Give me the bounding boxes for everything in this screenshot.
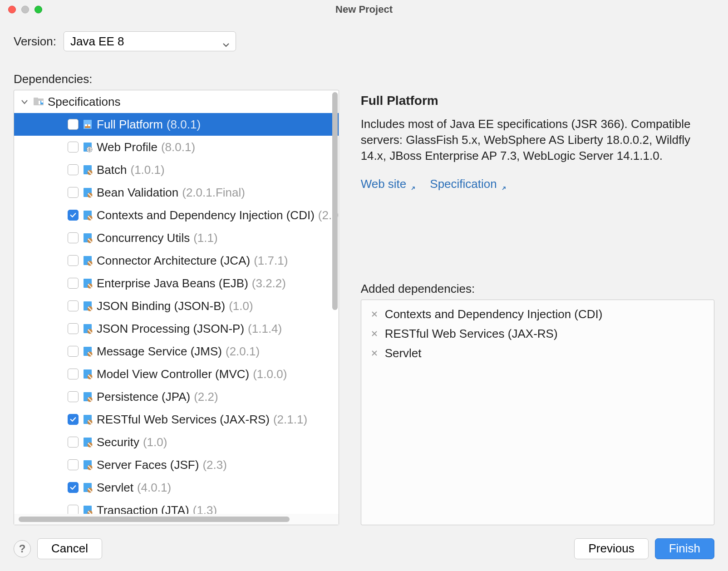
module-file-icon [82,300,93,311]
module-file-icon [82,391,93,402]
expand-arrow-icon[interactable] [20,97,30,107]
module-file-icon [82,119,93,130]
tree-item[interactable]: Bean Validation (2.0.1.Final) [14,181,339,204]
minimize-icon[interactable] [21,5,29,13]
tree-item-label: Contexts and Dependency Injection (CDI) [97,208,315,222]
added-dependency-item[interactable]: Contexts and Dependency Injection (CDI) [361,305,714,324]
tree-root-label: Specifications [48,95,120,109]
tree-item-label: Web Profile [97,140,157,154]
module-file-icon [82,323,93,334]
svg-rect-4 [41,101,43,103]
added-dependency-item[interactable]: Servlet [361,344,714,363]
tree-root-specifications[interactable]: Specifications [14,90,339,113]
dependency-checkbox[interactable] [68,187,79,198]
svg-rect-3 [39,101,40,103]
dependency-checkbox[interactable] [68,459,79,470]
tree-item-version: (1.0.0) [253,367,287,381]
remove-dependency-icon[interactable] [370,310,379,318]
dependency-checkbox[interactable] [68,391,79,402]
dependency-checkbox[interactable] [68,482,79,493]
tree-item-label: Full Platform [97,118,163,132]
dependency-checkbox[interactable] [68,505,79,514]
cancel-button[interactable]: Cancel [37,538,102,559]
tree-item[interactable]: Persistence (JPA) (2.2) [14,385,339,408]
horizontal-scrollbar[interactable] [14,514,339,525]
dependency-checkbox[interactable] [68,437,79,448]
tree-item[interactable]: Transaction (JTA) (1.3) [14,499,339,514]
module-file-icon [82,255,93,266]
dependency-checkbox[interactable] [68,323,79,334]
website-link[interactable]: Web site [361,177,417,191]
tree-item-version: (1.0.1) [131,163,165,177]
dependency-checkbox[interactable] [68,300,79,311]
maximize-icon[interactable] [34,5,42,13]
tree-item-label: Message Service (JMS) [97,345,222,359]
tree-item[interactable]: RESTful Web Services (JAX-RS) (2.1.1) [14,408,339,431]
added-dependencies-list: Contexts and Dependency Injection (CDI)R… [361,300,714,526]
dependencies-tree[interactable]: Specifications Full Platform (8.0.1)Web … [14,90,339,525]
dependency-checkbox[interactable] [68,119,79,130]
dependency-checkbox[interactable] [68,232,79,243]
module-file-icon [82,459,93,470]
tree-item-version: (2.3) [202,458,226,472]
details-panel: Full Platform Includes most of Java EE s… [361,90,714,525]
tree-item[interactable]: Batch (1.0.1) [14,158,339,181]
dependency-checkbox[interactable] [68,278,79,289]
dependency-checkbox[interactable] [68,210,79,221]
tree-item[interactable]: Message Service (JMS) (2.0.1) [14,340,339,363]
tree-item-label: Transaction (JTA) [97,503,189,514]
tree-item[interactable]: Server Faces (JSF) (2.3) [14,453,339,476]
module-file-icon [82,369,93,379]
tree-item[interactable]: Connector Architecture (JCA) (1.7.1) [14,249,339,272]
tree-item-version: (1.1.4) [248,322,282,336]
remove-dependency-icon[interactable] [370,330,379,338]
tree-item[interactable]: Model View Controller (MVC) (1.0.0) [14,363,339,385]
dependency-checkbox[interactable] [68,369,79,379]
added-dependency-label: Servlet [385,346,422,360]
help-button[interactable]: ? [14,540,31,557]
module-file-icon [82,210,93,221]
tree-item-label: Security [97,435,139,449]
tree-item-version: (2.1.1) [273,413,307,427]
dependency-checkbox[interactable] [68,164,79,175]
tree-item[interactable]: JSON Binding (JSON-B) (1.0) [14,295,339,317]
tree-item[interactable]: Web Profile (8.0.1) [14,136,339,158]
tree-item[interactable]: Full Platform (8.0.1) [14,113,339,136]
new-project-dialog: New Project Version: Java EE 8 Dependenc… [0,0,728,571]
dependency-checkbox[interactable] [68,142,79,153]
detail-title: Full Platform [361,90,714,116]
module-file-icon [82,164,93,175]
window-title: New Project [335,4,393,15]
dependency-checkbox[interactable] [68,255,79,266]
remove-dependency-icon[interactable] [370,349,379,357]
external-link-icon [410,181,416,187]
added-dependency-item[interactable]: RESTful Web Services (JAX-RS) [361,324,714,344]
tree-item[interactable]: Servlet (4.0.1) [14,476,339,499]
dependency-checkbox[interactable] [68,346,79,357]
module-file-icon [82,278,93,289]
tree-item[interactable]: Security (1.0) [14,431,339,453]
close-icon[interactable] [8,5,16,13]
tree-item[interactable]: Enterprise Java Beans (EJB) (3.2.2) [14,272,339,295]
dependencies-label: Dependencies: [0,56,728,90]
finish-button[interactable]: Finish [655,538,714,559]
tree-item[interactable]: Contexts and Dependency Injection (CDI) … [14,204,339,226]
version-select[interactable]: Java EE 8 [64,31,236,51]
added-dependency-label: Contexts and Dependency Injection (CDI) [385,307,603,321]
tree-item-version: (2.0.1) [226,345,260,359]
tree-item-label: Connector Architecture (JCA) [97,254,250,268]
tree-item[interactable]: JSON Processing (JSON-P) (1.1.4) [14,317,339,340]
dependency-checkbox[interactable] [68,414,79,425]
tree-item-label: Enterprise Java Beans (EJB) [97,276,248,290]
version-row: Version: Java EE 8 [0,19,728,56]
tree-item[interactable]: Concurrency Utils (1.1) [14,226,339,249]
tree-item-version: (1.7.1) [254,254,288,268]
specification-link[interactable]: Specification [430,177,507,191]
tree-item-version: (2.2) [194,390,218,404]
titlebar: New Project [0,0,728,19]
tree-item-version: (8.0.1) [167,118,201,132]
tree-item-label: Model View Controller (MVC) [97,367,249,381]
previous-button[interactable]: Previous [574,538,648,559]
tree-item-label: Concurrency Utils [97,231,190,245]
vertical-scrollbar[interactable] [332,92,338,310]
